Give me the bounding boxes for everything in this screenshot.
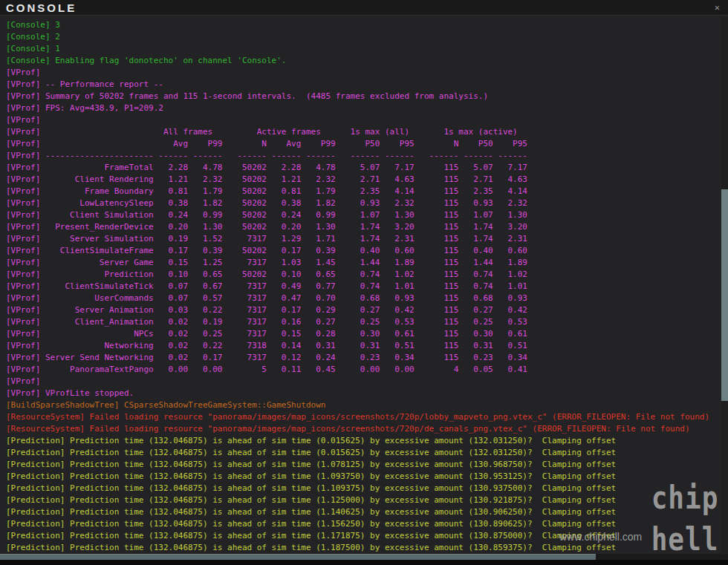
console-output-area[interactable]: [Console] 3[Console] 2[Console] 1[Consol… (0, 16, 728, 565)
console-log: [Console] 3[Console] 2[Console] 1[Consol… (6, 19, 719, 554)
console-line: [VProf] VProfLite stopped. (6, 388, 719, 399)
console-line: [VProf] (6, 376, 719, 388)
console-line: [VProf] Client Simulation 0.24 0.99 5020… (6, 209, 719, 221)
console-line: [Prediction] Prediction time (132.046875… (6, 483, 719, 494)
console-line: [BuildSparseShadowTree] CSparseShadowTre… (6, 399, 719, 411)
console-line: [VProf] Summary of 50202 frames and 115 … (6, 91, 719, 102)
console-line: [Prediction] Prediction time (132.046875… (6, 435, 719, 447)
window-title: CONSOLE (6, 0, 77, 16)
console-line: [Prediction] Prediction time (132.046875… (6, 447, 719, 459)
vertical-scrollbar-thumb[interactable] (721, 189, 728, 401)
console-line: [Console] 3 (6, 19, 719, 31)
console-line: [VProf] UserCommands 0.07 0.57 7317 0.47… (6, 293, 719, 304)
console-line: [Prediction] Prediction time (132.046875… (6, 506, 719, 518)
console-window: CONSOLE ✕ [Console] 3[Console] 2[Console… (0, 0, 728, 565)
console-titlebar[interactable]: CONSOLE ✕ (0, 0, 728, 16)
console-line: [ResourceSystem] Failed loading resource… (6, 411, 719, 423)
console-line: [Prediction] Prediction time (132.046875… (6, 542, 719, 554)
console-line: [VProf] ClientSimulateFrame 0.17 0.39 50… (6, 245, 719, 257)
horizontal-scrollbar-track[interactable] (0, 554, 728, 560)
console-line: [Prediction] Prediction time (132.046875… (6, 494, 719, 506)
console-line: [VProf] (6, 67, 719, 79)
console-line: [VProf] FPS: Avg=438.9, P1=209.2 (6, 102, 719, 114)
console-line: [VProf] Avg P99 N Avg P99 P50 P95 N P50 … (6, 138, 719, 150)
console-line: [Prediction] Prediction time (132.046875… (6, 518, 719, 530)
console-line: [Prediction] Prediction time (132.046875… (6, 459, 719, 471)
console-line: [VProf] LowLatencySleep 0.38 1.82 50202 … (6, 197, 719, 209)
console-line: [VProf] PanoramaTextPango 0.00 0.00 5 0.… (6, 364, 719, 376)
console-line: [VProf] -- Performance report -- (6, 79, 719, 91)
console-input-bar[interactable] (0, 560, 728, 565)
console-line: [VProf] Server Game 0.15 1.25 7317 1.03 … (6, 257, 719, 269)
console-line: [VProf] NPCs 0.02 0.25 7317 0.15 0.28 0.… (6, 328, 719, 340)
console-line: [ResourceSystem] Failed loading resource… (6, 423, 719, 435)
console-line: [VProf] Prediction 0.10 0.65 50202 0.10 … (6, 269, 719, 281)
console-line: [VProf] Server Send Networking 0.02 0.17… (6, 352, 719, 364)
close-icon[interactable]: ✕ (712, 0, 722, 16)
console-line: [Prediction] Prediction time (132.046875… (6, 530, 719, 542)
console-line: [VProf] Present_RenderDevice 0.20 1.30 5… (6, 221, 719, 233)
horizontal-scrollbar-thumb[interactable] (0, 554, 596, 560)
console-line: [VProf] (6, 114, 719, 126)
console-line: [VProf] ---------------------- ------ --… (6, 150, 719, 162)
console-line: [VProf] ClientSimulateTick 0.07 0.67 731… (6, 281, 719, 293)
console-line: [VProf] FrameTotal 2.28 4.78 50202 2.28 … (6, 162, 719, 174)
console-line: [Console] 2 (6, 31, 719, 43)
console-line: [VProf] Frame Boundary 0.81 1.79 50202 0… (6, 186, 719, 197)
console-line: [VProf] Server Animation 0.03 0.22 7317 … (6, 304, 719, 316)
console-line: [VProf] Client Rendering 1.21 2.32 50202… (6, 174, 719, 186)
console-line: [Console] 1 (6, 43, 719, 55)
console-line: [VProf] Networking 0.02 0.22 7318 0.14 0… (6, 340, 719, 352)
vertical-scrollbar-track[interactable] (721, 17, 728, 553)
console-line: [VProf] Server Simulation 0.19 1.52 7317… (6, 233, 719, 245)
console-line: [Console] Enabling flag 'donotecho' on c… (6, 55, 719, 67)
console-line: [Prediction] Prediction time (132.046875… (6, 471, 719, 483)
console-line: [VProf] Client_Animation 0.02 0.19 7317 … (6, 316, 719, 328)
console-line: [VProf] All frames Active frames 1s max … (6, 126, 719, 138)
